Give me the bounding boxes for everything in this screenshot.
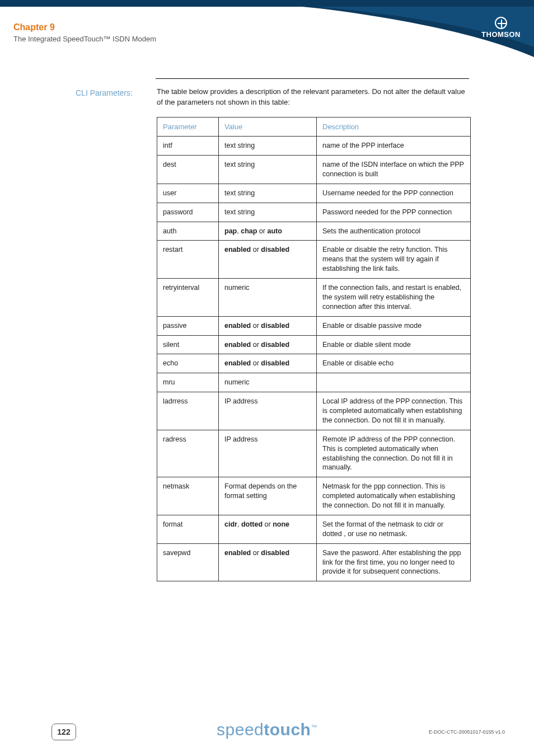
desc-cell: Enable or diable silent mode	[317, 335, 471, 354]
table-row: passwordtext stringPassword needed for t…	[157, 203, 471, 222]
value-cell: enabled or disabled	[219, 354, 317, 373]
param-cell: silent	[157, 335, 219, 354]
param-cell: netmask	[157, 477, 219, 515]
desc-cell	[317, 373, 471, 392]
table-row: silentenabled or disabledEnable or diabl…	[157, 335, 471, 354]
desc-cell: name of the PPP interface	[317, 137, 471, 156]
table-row: authpap, chap or autoSets the authentica…	[157, 222, 471, 241]
globe-icon	[495, 17, 507, 29]
table-row: formatcidr, dotted or noneSet the format…	[157, 515, 471, 543]
param-cell: restart	[157, 241, 219, 279]
table-row: netmaskFormat depends on the format sett…	[157, 477, 471, 515]
logo-tm: ™	[311, 724, 317, 730]
table-row: radressIP addressRemote IP address of th…	[157, 430, 471, 477]
desc-cell: Username needed for the PPP connection	[317, 184, 471, 203]
value-cell: enabled or disabled	[219, 241, 317, 279]
desc-cell: Netmask for the ppp connection. This is …	[317, 477, 471, 515]
main-content: The table below provides a description o…	[157, 78, 468, 581]
top-bar	[0, 0, 534, 7]
param-cell: radress	[157, 430, 219, 477]
value-cell: pap, chap or auto	[219, 222, 317, 241]
desc-cell: Remote IP address of the PPP connection.…	[317, 430, 471, 477]
desc-cell: Set the format of the netmask to cidr or…	[317, 515, 471, 543]
table-header-row: Parameter Value Description	[157, 117, 471, 137]
desc-cell: If the connection fails, and restart is …	[317, 279, 471, 317]
param-cell: intf	[157, 137, 219, 156]
value-cell: IP address	[219, 430, 317, 477]
logo-part1: speed	[217, 720, 264, 739]
value-cell: text string	[219, 184, 317, 203]
value-cell: numeric	[219, 279, 317, 317]
table-row: echoenabled or disabledEnable or disable…	[157, 354, 471, 373]
logo-part2: touch	[264, 720, 311, 739]
brand-logo: THOMSON	[481, 17, 521, 39]
chapter-title: Chapter 9	[13, 22, 156, 32]
table-row: restartenabled or disabledEnable or disa…	[157, 241, 471, 279]
table-row: usertext stringUsername needed for the P…	[157, 184, 471, 203]
col-header-value: Value	[219, 117, 317, 137]
param-cell: retryinterval	[157, 279, 219, 317]
table-row: passiveenabled or disabledEnable or disa…	[157, 316, 471, 335]
value-cell: enabled or disabled	[219, 316, 317, 335]
desc-cell: Enable or disable echo	[317, 354, 471, 373]
param-cell: echo	[157, 354, 219, 373]
chapter-subtitle: The Integrated SpeedTouch™ ISDN Modem	[13, 35, 156, 43]
desc-cell: Sets the authentication protocol	[317, 222, 471, 241]
param-cell: savepwd	[157, 543, 219, 581]
value-cell: IP address	[219, 392, 317, 430]
parameters-table: Parameter Value Description intftext str…	[157, 117, 471, 582]
table-row: desttext stringname of the ISDN interfac…	[157, 156, 471, 184]
value-cell: cidr, dotted or none	[219, 515, 317, 543]
param-cell: format	[157, 515, 219, 543]
param-cell: ladrress	[157, 392, 219, 430]
desc-cell: Enable or disable passive mode	[317, 316, 471, 335]
desc-cell: Local IP address of the PPP connection. …	[317, 392, 471, 430]
section-label: CLI Parameters:	[76, 88, 133, 97]
value-cell: Format depends on the format setting	[219, 477, 317, 515]
desc-cell: Save the pasword. After establishing the…	[317, 543, 471, 581]
col-header-parameter: Parameter	[157, 117, 219, 137]
desc-cell: name of the ISDN interface on which the …	[317, 156, 471, 184]
param-cell: passive	[157, 316, 219, 335]
brand-name: THOMSON	[481, 30, 521, 39]
table-row: mrunumeric	[157, 373, 471, 392]
desc-cell: Enable or disable the retry function. Th…	[317, 241, 471, 279]
horizontal-rule	[156, 78, 469, 79]
intro-text: The table below provides a description o…	[157, 87, 468, 108]
param-cell: user	[157, 184, 219, 203]
value-cell: text string	[219, 203, 317, 222]
table-row: savepwdenabled or disabledSave the paswo…	[157, 543, 471, 581]
doc-id: E-DOC-CTC-20051017-0155 v1.0	[429, 729, 505, 735]
value-cell: enabled or disabled	[219, 335, 317, 354]
param-cell: auth	[157, 222, 219, 241]
col-header-description: Description	[317, 117, 471, 137]
table-row: retryintervalnumericIf the connection fa…	[157, 279, 471, 317]
value-cell: enabled or disabled	[219, 543, 317, 581]
table-row: intftext stringname of the PPP interface	[157, 137, 471, 156]
table-row: ladrressIP addressLocal IP address of th…	[157, 392, 471, 430]
value-cell: text string	[219, 137, 317, 156]
param-cell: dest	[157, 156, 219, 184]
param-cell: mru	[157, 373, 219, 392]
desc-cell: Password needed for the PPP connection	[317, 203, 471, 222]
page-header: Chapter 9 The Integrated SpeedTouch™ ISD…	[13, 22, 156, 43]
param-cell: password	[157, 203, 219, 222]
value-cell: numeric	[219, 373, 317, 392]
value-cell: text string	[219, 156, 317, 184]
